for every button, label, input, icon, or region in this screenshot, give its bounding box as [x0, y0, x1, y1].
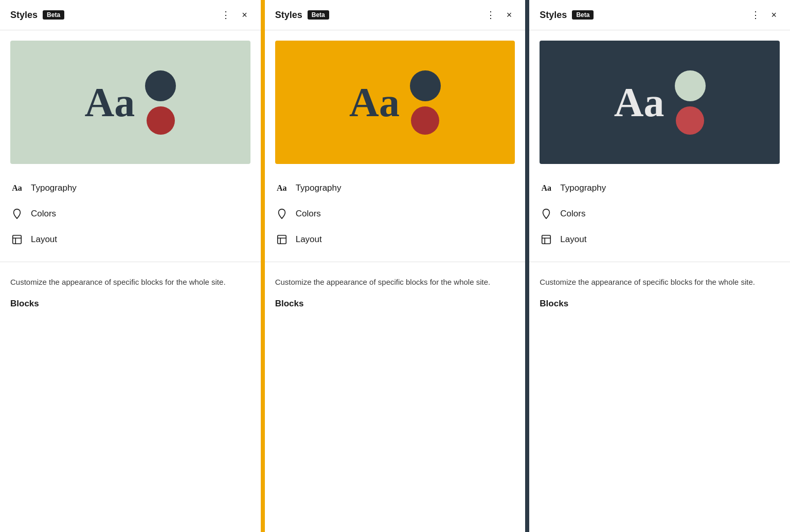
- panel-3-aa-text: Aa: [614, 82, 665, 123]
- typography-icon-2: Aa: [275, 181, 289, 195]
- panel-3-colors-label: Colors: [560, 209, 585, 219]
- panel-2-aa-text: Aa: [349, 82, 400, 123]
- layout-icon-2: [275, 233, 289, 246]
- divider-dark: [525, 0, 529, 532]
- panel-2-circle-bottom: [411, 106, 439, 135]
- svg-rect-0: [13, 235, 22, 244]
- panel-3-layout-label: Layout: [560, 234, 586, 245]
- panel-1: Styles Beta ⋮ × Aa Aa Typography: [0, 0, 261, 532]
- panel-2-circles: [410, 70, 441, 135]
- panel-3-beta-badge: Beta: [572, 10, 594, 20]
- layout-icon-3: [540, 233, 553, 246]
- panel-1-colors-label: Colors: [31, 209, 56, 219]
- panel-3: Styles Beta ⋮ × Aa Aa Typography: [529, 0, 790, 532]
- panel-1-title: Styles: [10, 10, 38, 21]
- panels-container: Styles Beta ⋮ × Aa Aa Typography: [0, 0, 790, 532]
- panel-3-menu: Aa Typography Colors: [529, 172, 790, 262]
- panel-1-header: Styles Beta ⋮ ×: [0, 0, 261, 30]
- panel-3-circle-bottom: [676, 106, 704, 135]
- panel-3-description: Customize the appearance of specific blo…: [540, 277, 780, 288]
- panel-2-menu: Aa Typography Colors: [265, 172, 526, 262]
- svg-rect-3: [277, 235, 286, 244]
- panel-1-preview: Aa: [10, 41, 250, 164]
- panel-1-typography-label: Typography: [31, 183, 77, 193]
- panel-2-more-button[interactable]: ⋮: [483, 8, 498, 22]
- panel-3-typography-item[interactable]: Aa Typography: [540, 176, 780, 200]
- panel-3-colors-item[interactable]: Colors: [540, 202, 780, 226]
- panel-1-menu: Aa Typography Colors: [0, 172, 261, 262]
- panel-3-bottom: Customize the appearance of specific blo…: [529, 262, 790, 319]
- panel-1-more-button[interactable]: ⋮: [218, 8, 234, 22]
- panel-1-description: Customize the appearance of specific blo…: [10, 277, 250, 288]
- panel-3-layout-item[interactable]: Layout: [540, 228, 780, 251]
- panel-1-bottom: Customize the appearance of specific blo…: [0, 262, 261, 319]
- panel-2-typography-label: Typography: [296, 183, 342, 193]
- colors-icon-3: [540, 207, 553, 221]
- panel-1-circle-bottom: [147, 106, 175, 135]
- panel-1-circle-top: [145, 70, 176, 101]
- panel-1-blocks-label[interactable]: Blocks: [10, 299, 250, 309]
- panel-2-close-button[interactable]: ×: [504, 8, 515, 22]
- panel-2-blocks-label[interactable]: Blocks: [275, 299, 515, 309]
- panel-2-bottom: Customize the appearance of specific blo…: [265, 262, 526, 319]
- panel-2-colors-item[interactable]: Colors: [275, 202, 515, 226]
- panel-2-typography-item[interactable]: Aa Typography: [275, 176, 515, 200]
- panel-1-aa-text: Aa: [84, 82, 135, 123]
- panel-2: Styles Beta ⋮ × Aa Aa Typography: [265, 0, 526, 532]
- panel-2-header: Styles Beta ⋮ ×: [265, 0, 526, 30]
- panel-1-colors-item[interactable]: Colors: [10, 202, 250, 226]
- panel-2-layout-item[interactable]: Layout: [275, 228, 515, 251]
- panel-3-typography-label: Typography: [560, 183, 606, 193]
- colors-icon-2: [275, 207, 289, 221]
- layout-icon: [10, 233, 24, 246]
- panel-2-circle-top: [410, 70, 441, 101]
- panel-1-layout-label: Layout: [31, 234, 57, 245]
- typography-icon-3: Aa: [540, 181, 553, 195]
- panel-3-header: Styles Beta ⋮ ×: [529, 0, 790, 30]
- panel-3-blocks-label[interactable]: Blocks: [540, 299, 780, 309]
- panel-2-colors-label: Colors: [296, 209, 321, 219]
- panel-1-close-button[interactable]: ×: [239, 8, 250, 22]
- panel-1-layout-item[interactable]: Layout: [10, 228, 250, 251]
- panel-3-preview: Aa: [540, 41, 780, 164]
- panel-2-layout-label: Layout: [296, 234, 322, 245]
- panel-2-beta-badge: Beta: [308, 10, 329, 20]
- panel-3-circles: [675, 70, 706, 135]
- colors-icon: [10, 207, 24, 221]
- panel-3-circle-top: [675, 70, 706, 101]
- panel-3-more-button[interactable]: ⋮: [748, 8, 763, 22]
- divider-yellow: [261, 0, 265, 532]
- svg-rect-6: [542, 235, 551, 244]
- typography-icon: Aa: [10, 181, 24, 195]
- panel-1-beta-badge: Beta: [43, 10, 64, 20]
- panel-2-description: Customize the appearance of specific blo…: [275, 277, 515, 288]
- panel-1-typography-item[interactable]: Aa Typography: [10, 176, 250, 200]
- panel-3-title: Styles: [540, 10, 567, 21]
- panel-1-circles: [145, 70, 176, 135]
- panel-3-close-button[interactable]: ×: [768, 8, 780, 22]
- panel-2-preview: Aa: [275, 41, 515, 164]
- panel-2-title: Styles: [275, 10, 302, 21]
